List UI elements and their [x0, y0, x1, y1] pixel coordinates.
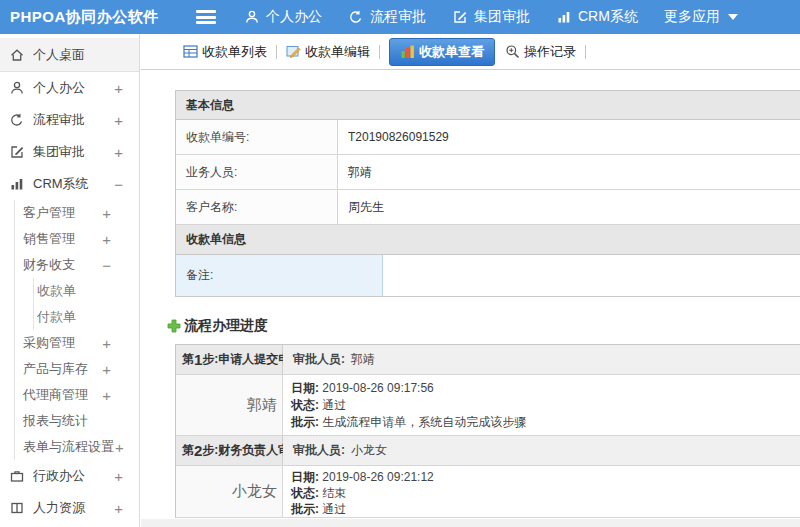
- expand-toggle[interactable]: +: [102, 205, 111, 222]
- collapse-toggle[interactable]: −: [102, 257, 111, 274]
- sidebar-item-product-inventory[interactable]: 产品与库存 +: [15, 356, 139, 382]
- hamburger-menu-icon[interactable]: [196, 10, 216, 24]
- process-progress-title: 流程办理进度: [167, 317, 268, 335]
- step-header-row: 第1步:申请人提交申请 审批人员: 郭靖: [176, 345, 800, 375]
- chevron-down-icon: [728, 14, 738, 20]
- section-title-text: 流程办理进度: [184, 317, 268, 335]
- sidebar-item-label: 销售管理: [23, 230, 75, 248]
- detail-date-line: 日期: 2019-08-26 09:21:12: [291, 469, 800, 485]
- section-header-basic-info: 基本信息: [176, 91, 800, 120]
- expand-toggle[interactable]: +: [115, 439, 124, 456]
- view-chart-icon: [400, 44, 415, 59]
- expand-toggle[interactable]: +: [114, 144, 123, 161]
- expand-toggle[interactable]: +: [102, 361, 111, 378]
- sidebar-item-label: 流程审批: [33, 111, 85, 129]
- topnav-crm[interactable]: CRM系统: [556, 8, 638, 26]
- field-label: 收款单编号:: [176, 120, 338, 154]
- topnav-group-approval[interactable]: 集团审批: [452, 8, 530, 26]
- sidebar-item-process-approval[interactable]: 流程审批 +: [0, 104, 139, 136]
- sidebar-item-finance[interactable]: 财务收支 −: [15, 252, 139, 278]
- sidebar-item-label: 行政办公: [33, 467, 85, 485]
- receipt-number-value: T20190826091529: [338, 120, 800, 154]
- topnav-process-approval[interactable]: 流程审批: [348, 8, 426, 26]
- sidebar-item-customer-mgmt[interactable]: 客户管理 +: [15, 200, 139, 226]
- expand-toggle[interactable]: +: [114, 468, 123, 485]
- expand-toggle[interactable]: +: [102, 387, 111, 404]
- sidebar-item-personal-office[interactable]: 个人办公 +: [0, 72, 139, 104]
- tab-separator: [585, 45, 586, 59]
- step-number-cell: 第1步:申请人提交申请: [176, 345, 283, 374]
- main-content: 基本信息 收款单编号: T20190826091529 业务人员: 郭靖 客户名…: [141, 71, 800, 527]
- app-window: PHPOA协同办公软件 个人办公 流程审批 集团审批: [0, 0, 800, 527]
- step-detail-row: 郭靖 日期: 2019-08-26 09:17:56 状态: 通过 批示: 生成…: [176, 375, 800, 436]
- step-approver-cell: 审批人员: 小龙女: [283, 436, 800, 465]
- green-plus-icon: [167, 319, 181, 333]
- tab-receipt-edit[interactable]: 收款单编辑: [286, 43, 370, 61]
- expand-toggle[interactable]: +: [102, 335, 111, 352]
- section-header-receipt-info: 收款单信息: [176, 225, 800, 255]
- sidebar-item-label: 个人桌面: [33, 46, 85, 64]
- sidebar-item-form-process-settings[interactable]: 表单与流程设置 +: [15, 434, 139, 460]
- approver-name-cell: 郭靖: [176, 375, 283, 435]
- sidebar-item-label: 人力资源: [33, 499, 85, 517]
- collapse-toggle[interactable]: −: [114, 176, 123, 193]
- bar-chart-icon: [9, 176, 25, 192]
- sidebar-item-admin-office[interactable]: 行政办公 +: [0, 460, 139, 492]
- expand-toggle[interactable]: +: [102, 231, 111, 248]
- sidebar-item-label: 付款单: [37, 308, 76, 326]
- sidebar-item-sales-mgmt[interactable]: 销售管理 +: [15, 226, 139, 252]
- person-icon: [9, 80, 25, 96]
- sidebar-item-group-approval[interactable]: 集团审批 +: [0, 136, 139, 168]
- sidebar-item-crm[interactable]: CRM系统 −: [0, 168, 139, 200]
- top-header: PHPOA协同办公软件 个人办公 流程审批 集团审批: [0, 0, 800, 34]
- sidebar-item-reports-stats[interactable]: 报表与统计: [15, 408, 139, 434]
- topnav-label: 个人办公: [266, 8, 322, 26]
- tab-operation-log[interactable]: 操作记录: [505, 43, 576, 61]
- approver-label: 审批人员:: [293, 442, 345, 459]
- detail-comment-line: 批示: 生成流程申请单，系统自动完成该步骤: [291, 414, 800, 431]
- briefcase-icon: [9, 468, 25, 484]
- tab-receipt-view-active[interactable]: 收款单查看: [389, 38, 495, 66]
- process-arrow-icon: [348, 9, 364, 25]
- home-icon: [9, 47, 25, 63]
- sidebar-item-payment[interactable]: 付款单: [34, 304, 139, 330]
- sidebar-item-receipt[interactable]: 收款单: [34, 278, 139, 304]
- remark-label: 备注:: [176, 255, 383, 296]
- sidebar-item-label: 代理商管理: [23, 386, 88, 404]
- approver-name: 小龙女: [351, 442, 387, 459]
- receipt-detail-table: 基本信息 收款单编号: T20190826091529 业务人员: 郭靖 客户名…: [175, 90, 800, 297]
- step-header-row: 第2步:财务负责人审批 审批人员: 小龙女: [176, 436, 800, 466]
- finance-submenu: 收款单 付款单: [33, 278, 139, 330]
- sidebar-item-hr[interactable]: 人力资源 +: [0, 492, 139, 524]
- tab-receipt-list[interactable]: 收款单列表: [183, 43, 267, 61]
- edit-square-icon: [452, 9, 468, 25]
- expand-toggle[interactable]: +: [114, 500, 123, 517]
- sidebar-item-purchase-mgmt[interactable]: 采购管理 +: [15, 330, 139, 356]
- sidebar-item-agent-mgmt[interactable]: 代理商管理 +: [15, 382, 139, 408]
- table-list-icon: [183, 44, 198, 59]
- edit-square-icon: [9, 144, 25, 160]
- topnav-more-apps[interactable]: 更多应用: [664, 8, 738, 26]
- step-number-cell: 第2步:财务负责人审批: [176, 436, 283, 465]
- expand-toggle[interactable]: +: [114, 80, 123, 97]
- tab-label: 操作记录: [524, 43, 576, 61]
- topnav-label: 更多应用: [664, 8, 720, 26]
- topnav-label: 流程审批: [370, 8, 426, 26]
- detail-comment-line: 批示: 通过: [291, 501, 800, 517]
- bar-chart-icon: [556, 9, 572, 25]
- tab-bar: 收款单列表 收款单编辑 收款单查看 操作记录: [141, 34, 800, 70]
- remark-value: [383, 255, 800, 296]
- process-progress-table: 第1步:申请人提交申请 审批人员: 郭靖 郭靖 日期: 2019-08-26 0…: [175, 344, 800, 518]
- expand-toggle[interactable]: +: [114, 112, 123, 129]
- topnav-label: 集团审批: [474, 8, 530, 26]
- tab-separator: [379, 45, 380, 59]
- sidebar-item-label: 财务收支: [23, 256, 75, 274]
- field-label: 业务人员:: [176, 155, 338, 189]
- topnav-personal-office[interactable]: 个人办公: [244, 8, 322, 26]
- sidebar-item-personal-desktop[interactable]: 个人桌面: [0, 38, 139, 72]
- sidebar-item-label: 个人办公: [33, 79, 85, 97]
- detail-status-line: 状态: 结束: [291, 485, 800, 501]
- step-detail-cell: 日期: 2019-08-26 09:21:12 状态: 结束 批示: 通过: [283, 466, 800, 517]
- table-row: 业务人员: 郭靖: [176, 155, 800, 190]
- content-bottom-strip: [141, 519, 800, 527]
